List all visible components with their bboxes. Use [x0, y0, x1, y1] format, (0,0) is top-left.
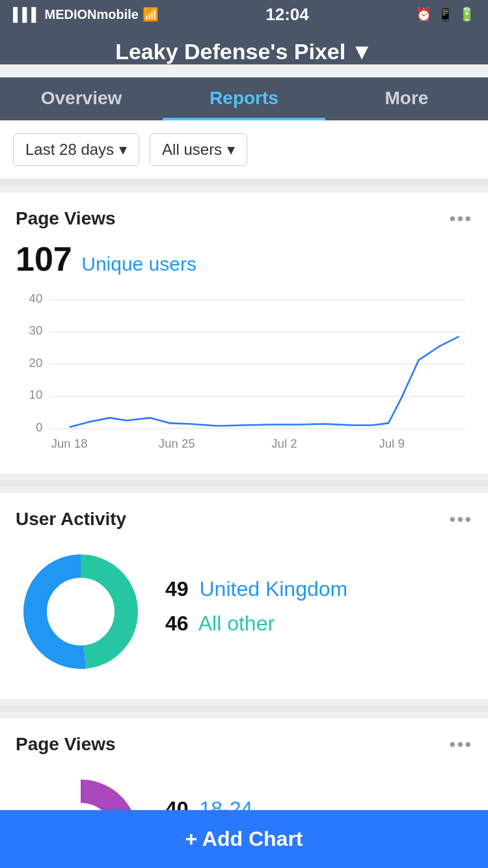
tab-reports[interactable]: Reports — [163, 77, 325, 120]
divider-3 — [0, 705, 488, 712]
app-title[interactable]: Leaky Defense's Pixel ▼ — [13, 39, 475, 64]
user-filter[interactable]: All users ▾ — [150, 133, 247, 166]
svg-text:0: 0 — [36, 420, 42, 434]
page-views-card-2-header: Page Views ••• — [16, 734, 472, 755]
user-activity-donut-section: 49 United Kingdom 46 All other — [16, 540, 472, 683]
uk-label: United Kingdom — [199, 577, 347, 601]
nav-tabs: Overview Reports More — [0, 77, 488, 120]
svg-text:Jun 18: Jun 18 — [51, 437, 88, 450]
user-activity-more[interactable]: ••• — [450, 509, 472, 530]
line-chart-svg: 40 30 20 10 0 Jun 18 Jun 25 Jul 2 Jul 9 — [16, 289, 472, 458]
svg-text:Jul 9: Jul 9 — [379, 437, 404, 450]
add-chart-button[interactable]: + Add Chart — [0, 810, 488, 868]
status-left: ▌▌▌ MEDIONmobile 📶 — [13, 7, 159, 22]
bluetooth-icon: 📱 — [437, 7, 454, 22]
unique-users-label: Unique users — [81, 253, 197, 275]
page-views-stat: 107 Unique users — [16, 239, 472, 278]
donut-chart — [16, 547, 146, 677]
user-filter-chevron: ▾ — [227, 141, 235, 159]
tab-overview[interactable]: Overview — [0, 77, 163, 120]
svg-point-16 — [48, 579, 113, 644]
user-activity-card: User Activity ••• 49 United Kingdom — [0, 493, 488, 699]
divider-2 — [0, 480, 488, 487]
legend-uk: 49 United Kingdom — [165, 577, 472, 601]
svg-text:20: 20 — [29, 356, 43, 370]
status-bar: ▌▌▌ MEDIONmobile 📶 12:04 ⏰ 📱 🔋 — [0, 0, 488, 29]
add-chart-label: + Add Chart — [185, 827, 303, 850]
tab-more[interactable]: More — [325, 77, 488, 120]
svg-text:40: 40 — [29, 292, 43, 305]
legend-other: 46 All other — [165, 612, 472, 636]
user-activity-header: User Activity ••• — [16, 509, 472, 530]
divider-1 — [0, 180, 488, 186]
battery-icon: 🔋 — [459, 7, 475, 22]
svg-text:Jul 2: Jul 2 — [271, 437, 297, 450]
donut-legend: 49 United Kingdom 46 All other — [165, 577, 472, 646]
carrier-label: MEDIONmobile — [45, 7, 139, 22]
user-filter-label: All users — [162, 141, 222, 159]
page-views-more[interactable]: ••• — [450, 208, 472, 229]
page-views-title: Page Views — [16, 208, 116, 229]
line-chart: 40 30 20 10 0 Jun 18 Jun 25 Jul 2 Jul 9 — [16, 289, 472, 458]
svg-text:Jun 25: Jun 25 — [159, 437, 195, 450]
other-label: All other — [198, 612, 275, 635]
page-views-count: 107 — [16, 240, 72, 278]
filter-row: Last 28 days ▾ All users ▾ — [0, 120, 488, 180]
svg-text:10: 10 — [29, 388, 43, 401]
page-views-2-title: Page Views — [16, 734, 116, 755]
status-time: 12:04 — [265, 5, 309, 25]
signal-icon: ▌▌▌ — [13, 7, 41, 22]
status-right: ⏰ 📱 🔋 — [416, 7, 475, 22]
app-header: Leaky Defense's Pixel ▼ — [0, 29, 488, 64]
date-range-label: Last 28 days — [25, 141, 114, 159]
user-activity-title: User Activity — [16, 509, 126, 530]
page-views-card: Page Views ••• 107 Unique users 40 30 20… — [0, 193, 488, 474]
date-range-chevron: ▾ — [119, 141, 127, 159]
page-views-2-more[interactable]: ••• — [450, 734, 472, 755]
app-title-text: Leaky Defense's Pixel — [115, 39, 346, 64]
svg-text:30: 30 — [29, 323, 43, 337]
alarm-icon: ⏰ — [416, 7, 432, 22]
wifi-icon: 📶 — [142, 7, 159, 22]
donut-svg — [16, 547, 146, 677]
other-count: 46 — [165, 612, 189, 635]
date-range-filter[interactable]: Last 28 days ▾ — [13, 133, 139, 166]
dropdown-icon[interactable]: ▼ — [351, 39, 373, 64]
uk-count: 49 — [165, 577, 189, 601]
page-views-card-header: Page Views ••• — [16, 208, 472, 229]
